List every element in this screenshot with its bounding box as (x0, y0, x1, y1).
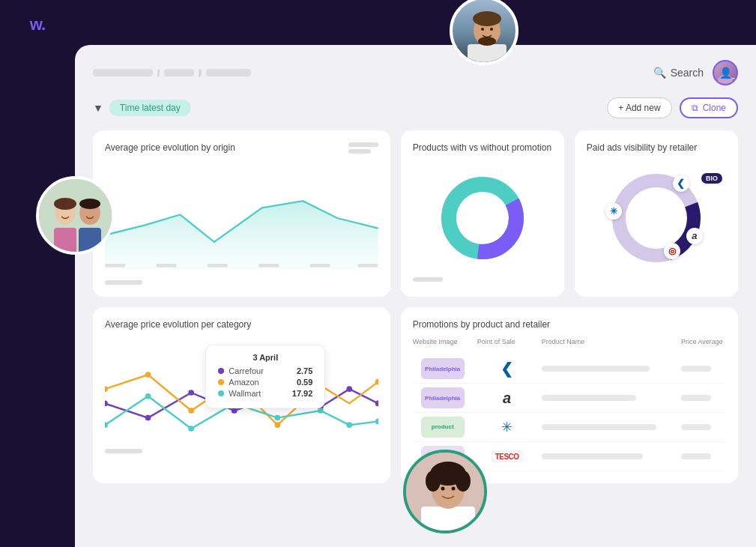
clone-icon: ⧉ (692, 103, 698, 113)
product-image-cell-1: Philadelphia (413, 358, 473, 379)
filter-buttons: + Add new ⧉ Clone (607, 97, 738, 118)
top-right-actions: 🔍 Search 👤 (653, 60, 738, 85)
tooltip-row-walmart: Wallmart 17.92 (218, 389, 312, 398)
tooltip-label-walmart: Wallmart (229, 389, 287, 398)
table-row: product ✳ (413, 413, 726, 442)
topbar: / / 🔍 Search 👤 (93, 60, 738, 85)
search-icon: 🔍 (653, 67, 666, 79)
filter-left: ▼ Time latest day (93, 100, 191, 116)
tooltip-date: 3 April (218, 353, 312, 362)
svg-point-13 (145, 415, 151, 421)
product-name-cell-2 (542, 395, 677, 401)
products-donut-container (413, 162, 552, 274)
svg-point-15 (232, 408, 238, 414)
retailer-cell-1: ❮ (477, 360, 537, 378)
user-avatar[interactable]: 👤 (713, 60, 738, 85)
retailer-cell-3: ✳ (477, 419, 537, 435)
svg-point-24 (274, 423, 280, 429)
product-image-cell-2: Philadelphia (413, 387, 473, 408)
paid-ads-badge: BIO (701, 173, 722, 184)
svg-point-28 (145, 393, 151, 399)
clone-button[interactable]: ⧉ Clone (680, 97, 738, 118)
products-promotion-title: Products with vs without promotion (413, 142, 552, 154)
price-cell-3 (681, 424, 726, 430)
tooltip-dot-walmart (218, 390, 224, 396)
tooltip-value-carrefour: 2.75 (297, 366, 312, 375)
paid-ads-title: Paid ads visibility by retailer (587, 142, 726, 154)
retailer-cell-4: TESCO (477, 451, 537, 462)
svg-rect-1 (156, 264, 176, 268)
search-bar[interactable]: 🔍 Search (653, 67, 704, 79)
svg-rect-0 (105, 264, 125, 268)
svg-rect-43 (54, 228, 76, 255)
svg-point-54 (441, 487, 445, 491)
paid-ads-donut (608, 169, 705, 267)
svg-point-32 (318, 408, 324, 414)
tooltip-dot-carrefour (218, 368, 224, 374)
svg-point-52 (426, 471, 441, 492)
online-status-dot (731, 78, 737, 84)
svg-point-39 (481, 28, 484, 31)
svg-rect-4 (309, 264, 330, 268)
table-row: Philadelphia a (413, 384, 726, 413)
price-cell-1 (681, 366, 726, 372)
svg-point-11 (634, 196, 679, 241)
price-evolution-chart (105, 162, 378, 274)
tooltip-row-amazon: Amazon 0.59 (218, 378, 312, 387)
svg-point-29 (188, 426, 194, 432)
price-evolution-card: Average price evolution by origin (93, 130, 390, 297)
paid-ads-container: ❮ ✳ a ◎ BIO (587, 162, 726, 274)
tooltip-value-walmart: 17.92 (292, 389, 313, 398)
products-donut-chart (438, 173, 527, 263)
svg-point-14 (188, 390, 194, 396)
avatar-couple (36, 176, 115, 255)
svg-point-18 (346, 387, 352, 393)
tooltip-label-amazon: Amazon (229, 378, 292, 387)
svg-point-12 (105, 401, 108, 407)
product-name-cell-1 (542, 366, 677, 372)
svg-point-37 (473, 11, 501, 26)
svg-point-53 (456, 471, 471, 492)
avatar-woman (403, 450, 487, 534)
breadcrumb: / / (93, 69, 251, 76)
col-product-name: Product Name (542, 338, 677, 345)
retailer-cell-2: a (477, 390, 537, 407)
svg-point-55 (452, 487, 456, 491)
products-promotion-card: Products with vs without promotion (401, 130, 564, 297)
col-price-average: Price Average (681, 338, 726, 345)
price-category-card: Average price evolution per category 3 A… (93, 307, 390, 484)
svg-point-40 (490, 28, 493, 31)
svg-rect-5 (357, 264, 378, 268)
price-cell-4 (681, 453, 726, 459)
svg-point-22 (188, 408, 194, 414)
sidebar: w. (0, 0, 75, 547)
tooltip-dot-amazon (218, 379, 224, 385)
tooltip-value-amazon: 0.59 (297, 378, 312, 387)
svg-rect-2 (208, 264, 228, 268)
col-point-of-sale: Point of Sale (477, 338, 537, 345)
svg-point-44 (54, 198, 76, 210)
table-row: Philadelphia ❮ (413, 354, 726, 384)
product-image-cell-3: product (413, 417, 473, 438)
svg-point-33 (346, 423, 352, 429)
promotions-title: Promotions by product and retailer (413, 319, 726, 331)
filter-tag[interactable]: Time latest day (109, 100, 191, 116)
app-logo: w. (30, 15, 45, 34)
promo-table-header: Website Image Point of Sale Product Name… (413, 338, 726, 348)
add-new-button[interactable]: + Add new (607, 97, 671, 118)
svg-point-47 (79, 199, 100, 209)
svg-point-20 (105, 387, 108, 393)
svg-point-21 (145, 372, 151, 378)
chart-tooltip: 3 April Carrefour 2.75 Amazon 0.59 Wallm… (205, 345, 325, 408)
product-name-cell-3 (542, 424, 677, 430)
svg-point-38 (478, 37, 496, 46)
dashboard-grid: Average price evolution by origin (93, 130, 738, 483)
product-name-cell-4 (542, 453, 677, 459)
clone-label: Clone (703, 103, 726, 113)
filter-icon[interactable]: ▼ (93, 102, 103, 114)
price-category-title: Average price evolution per category (105, 319, 378, 331)
price-evolution-title: Average price evolution by origin (105, 142, 378, 154)
col-website-image: Website Image (413, 338, 473, 345)
svg-point-34 (375, 419, 378, 425)
filter-bar: ▼ Time latest day + Add new ⧉ Clone (93, 97, 738, 118)
